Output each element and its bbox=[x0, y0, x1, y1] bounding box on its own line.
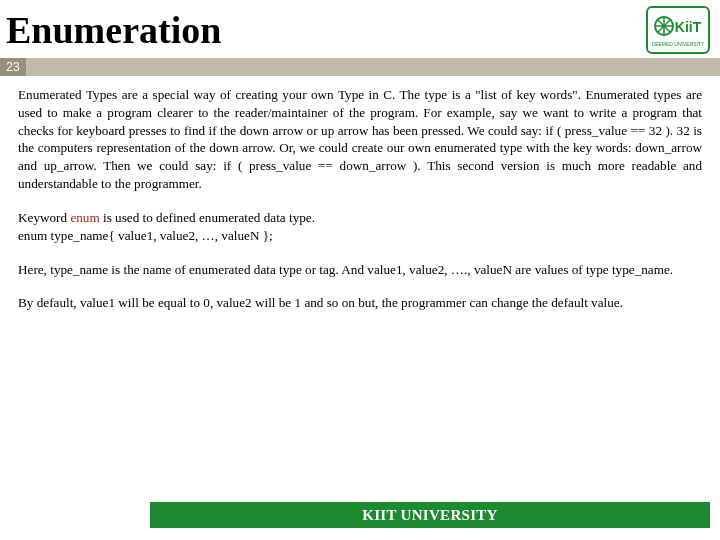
slide-title: Enumeration bbox=[6, 8, 221, 52]
text-keyword-pre: Keyword bbox=[18, 210, 70, 225]
slide-content: Enumerated Types are a special way of cr… bbox=[0, 76, 720, 312]
text-keyword-post: is used to defined enumerated data type. bbox=[100, 210, 315, 225]
page-number-bar: 23 bbox=[0, 58, 720, 76]
page-number: 23 bbox=[0, 58, 26, 76]
footer-banner: KIIT UNIVERSITY bbox=[150, 502, 710, 528]
paragraph-keyword: Keyword enum is used to defined enumerat… bbox=[18, 209, 702, 245]
svg-text:KiiT: KiiT bbox=[675, 19, 702, 35]
enum-keyword: enum bbox=[70, 210, 99, 225]
paragraph-default: By default, value1 will be equal to 0, v… bbox=[18, 294, 702, 312]
footer-text: KIIT UNIVERSITY bbox=[362, 507, 498, 524]
page-bar-fill bbox=[26, 58, 720, 76]
svg-text:DEEMED UNIVERSITY: DEEMED UNIVERSITY bbox=[652, 41, 705, 47]
slide-header: Enumeration KiiT DEEMED UNIVERSITY bbox=[0, 0, 720, 58]
paragraph-typename: Here, type_name is the name of enumerate… bbox=[18, 261, 702, 279]
kiit-logo-icon: KiiT DEEMED UNIVERSITY bbox=[646, 6, 710, 54]
paragraph-intro: Enumerated Types are a special way of cr… bbox=[18, 86, 702, 193]
enum-syntax: enum type_name{ value1, value2, …, value… bbox=[18, 228, 273, 243]
